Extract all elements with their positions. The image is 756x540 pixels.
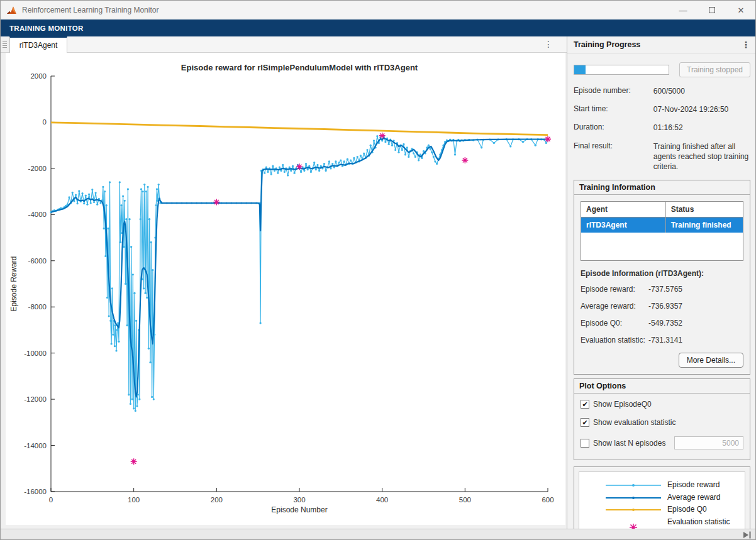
show-last-n-episodes-checkbox[interactable] <box>581 439 589 448</box>
tab-rltd3agent[interactable]: rlTD3Agent <box>9 36 67 53</box>
panel-header: Training Progress ⋮ <box>567 36 756 53</box>
field-episode-number: Episode number: 600/5000 <box>574 86 750 96</box>
document-tab-strip: rlTD3Agent ⋮ <box>1 36 567 53</box>
svg-text:-12000: -12000 <box>24 395 47 403</box>
training-information-title: Training Information <box>574 180 750 195</box>
tab-label: rlTD3Agent <box>19 41 58 50</box>
field-evaluation-statistic: Evaluation statistic: -731.3141 <box>581 336 743 344</box>
svg-text:0: 0 <box>49 496 53 504</box>
figure-panel: Episode reward for rlSimplePendulumModel… <box>6 53 565 525</box>
svg-text:-2000: -2000 <box>28 165 47 172</box>
panel-title: Training Progress <box>574 40 640 49</box>
svg-text:Episode reward for rlSimplePen: Episode reward for rlSimplePendulumModel… <box>181 63 418 72</box>
training-stopped-button[interactable]: Training stopped <box>679 62 750 77</box>
option-show-last-n-episodes: Show last N episodes <box>581 436 743 449</box>
document-area: rlTD3Agent ⋮ Episode reward for rlSimple… <box>1 36 567 529</box>
option-label: Show last N episodes <box>593 439 665 448</box>
svg-text:300: 300 <box>293 496 305 504</box>
close-button[interactable]: ✕ <box>726 1 755 19</box>
legend-item-average-reward: Average reward <box>584 493 740 503</box>
svg-text:100: 100 <box>128 496 140 504</box>
expand-status-bar-icon[interactable] <box>743 531 752 539</box>
field-episode-reward: Episode reward: -737.5765 <box>581 285 743 294</box>
episode-information-title: Episode Information (rlTD3Agent): <box>581 269 743 278</box>
svg-text:-8000: -8000 <box>28 303 47 311</box>
last-n-episodes-input[interactable] <box>674 436 743 449</box>
show-evaluation-statistic-checkbox[interactable]: ✔ <box>581 418 589 427</box>
training-information-section: Training Information Agent Status rlTD3A… <box>574 180 750 375</box>
minimize-button[interactable]: — <box>669 1 698 19</box>
svg-text:-10000: -10000 <box>24 350 47 357</box>
plot-options-title: Plot Options <box>574 379 750 394</box>
training-progress-panel: Training Progress ⋮ Training stopped Epi… <box>567 36 756 529</box>
reward-chart: Episode reward for rlSimplePendulumModel… <box>6 53 565 525</box>
table-empty-area <box>581 233 743 260</box>
app-window: Reinforcement Learning Training Monitor … <box>0 0 756 540</box>
panel-menu-icon[interactable]: ⋮ <box>742 36 750 53</box>
field-average-reward: Average reward: -736.9357 <box>581 302 743 311</box>
progress-fill <box>574 65 586 74</box>
svg-text:-4000: -4000 <box>28 211 47 218</box>
svg-text:0: 0 <box>43 118 47 126</box>
tab-strip-menu-icon[interactable]: ⋮ <box>544 39 553 49</box>
svg-text:400: 400 <box>376 496 388 504</box>
toolstrip-tab-training-monitor[interactable]: TRAINING MONITOR <box>1 25 92 32</box>
svg-text:600: 600 <box>542 496 553 504</box>
option-label: Show evaluation statistic <box>593 418 675 427</box>
field-final-result: Final result: Training finished after al… <box>574 141 750 172</box>
table-header-row: Agent Status <box>581 202 743 218</box>
field-start-time: Start time: 07-Nov-2024 19:26:50 <box>574 104 750 114</box>
title-bar: Reinforcement Learning Training Monitor … <box>1 1 755 19</box>
progress-fields: Episode number: 600/5000 Start time: 07-… <box>574 86 750 172</box>
table-row[interactable]: rlTD3Agent Training finished <box>581 218 743 233</box>
svg-text:200: 200 <box>211 496 223 504</box>
field-episode-q0: Episode Q0: -549.7352 <box>581 319 743 328</box>
matlab-logo-icon <box>6 6 17 15</box>
toolstrip: TRAINING MONITOR <box>1 19 755 36</box>
svg-text:-6000: -6000 <box>28 257 47 265</box>
status-bar <box>1 529 755 540</box>
legend-item-episode-q0: Episode Q0 <box>584 505 740 515</box>
maximize-button[interactable] <box>698 1 726 19</box>
drag-grip-icon[interactable] <box>1 36 9 52</box>
progress-bar <box>574 65 669 75</box>
window-title: Reinforcement Learning Training Monitor <box>22 6 158 14</box>
more-details-button[interactable]: More Details... <box>679 353 743 368</box>
agent-status-table: Agent Status rlTD3Agent Training finishe… <box>581 201 743 261</box>
window-controls: — ✕ <box>669 1 755 19</box>
field-duration: Duration: 01:16:52 <box>574 123 750 133</box>
progress-row: Training stopped <box>574 62 750 77</box>
svg-text:500: 500 <box>459 496 471 504</box>
option-label: Show EpisodeQ0 <box>593 400 652 409</box>
svg-text:Episode Reward: Episode Reward <box>9 256 18 311</box>
svg-text:-16000: -16000 <box>24 488 47 495</box>
svg-text:2000: 2000 <box>30 72 47 80</box>
average-reward-line-swatch <box>606 495 661 501</box>
episode-q0-line-swatch <box>606 507 661 513</box>
svg-text:-14000: -14000 <box>24 442 47 449</box>
show-episodeq0-checkbox[interactable]: ✔ <box>581 400 589 409</box>
svg-text:Episode Number: Episode Number <box>271 505 327 514</box>
legend-item-episode-reward: Episode reward <box>584 480 740 490</box>
plot-options-section: Plot Options ✔ Show EpisodeQ0 ✔ Show eva… <box>574 378 750 460</box>
option-show-episodeq0: ✔ Show EpisodeQ0 <box>581 400 743 409</box>
option-show-evaluation-statistic: ✔ Show evaluation statistic <box>581 418 743 427</box>
episode-reward-line-swatch <box>606 482 661 488</box>
